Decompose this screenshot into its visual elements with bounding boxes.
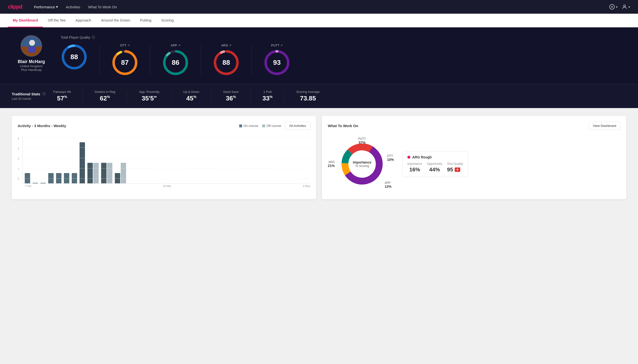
tab-my-dashboard[interactable]: My Dashboard [8, 14, 43, 28]
x-axis: 7 Feb 28 Mar 9 May [18, 184, 310, 188]
info-card-title: ARG Rough [407, 155, 463, 159]
ring-ott: 87 [111, 49, 138, 76]
legend-on-course: On course [239, 124, 258, 128]
nav-right: ▾ ▾ [609, 4, 630, 10]
bar-off-10 [107, 163, 112, 183]
user-menu[interactable]: ▾ [621, 4, 630, 10]
donut-center-text: Importance To Scoring [353, 160, 371, 168]
score-app: APP ↗ 86 [150, 44, 201, 76]
main-content: Activity - 3 Months - Weekly On course O… [0, 108, 638, 207]
bar-on-4 [48, 173, 54, 183]
score-cards: 88 OTT ↗ 87 [61, 44, 626, 76]
tab-around-the-green[interactable]: Around the Green [96, 14, 135, 28]
trad-stats-subtitle: Last 20 rounds [12, 97, 46, 100]
info-shot-quality: Shot Quality 95 ▼ [447, 162, 463, 173]
svg-point-6 [29, 40, 35, 46]
player-handicap: Plus Handicap [21, 68, 42, 72]
putt-value: 93 [273, 59, 281, 66]
bar-on-5 [56, 173, 62, 183]
donut-area: PUTT 57% OTT 10% APP 12% ARG [328, 135, 396, 193]
tab-putting[interactable]: Putting [135, 14, 156, 28]
stat-items: Fairways Hit 57% Greens In Reg 62% App. … [53, 90, 331, 102]
ott-value: 87 [121, 59, 129, 66]
overall-value: 88 [70, 53, 78, 61]
tab-scoring[interactable]: Scoring [156, 14, 178, 28]
logo[interactable]: clippd [8, 4, 22, 10]
tab-approach[interactable]: Approach [71, 14, 96, 28]
ring-overall: 88 [61, 44, 88, 70]
ring-app: 86 [162, 49, 189, 76]
nav-performance[interactable]: Performance ▾ [34, 5, 58, 9]
putt-donut-label: ARG 21% [328, 160, 335, 168]
stat-app-proximity: App. Proximity 35'5" [127, 90, 172, 102]
shot-quality-badge: ▼ [455, 168, 461, 172]
ott-label: OTT ↗ [120, 44, 130, 47]
nav-what-to-work-on[interactable]: What To Work On [88, 5, 117, 9]
work-on-card: What To Work On View Dashboard PUTT 57% … [322, 116, 626, 199]
bar-on-11 [115, 173, 120, 183]
bar-group-1 [25, 173, 30, 183]
bar-group-8 [80, 142, 85, 183]
score-putt: PUTT ↗ 93 [252, 44, 302, 76]
stat-1-putt: 1 Putt 33% [251, 90, 285, 102]
scores-section: Total Player Quality ⓘ 88 [61, 35, 626, 76]
pink-dot-icon [407, 156, 410, 159]
bar-on-6 [64, 173, 69, 183]
app-label: APP ↗ [171, 44, 180, 47]
stat-sand-save: Sand Save 36% [211, 90, 251, 102]
tpq-label: Total Player Quality ⓘ [61, 35, 626, 40]
stat-scoring-average: Scoring Average 73.85 [285, 90, 331, 102]
avatar [21, 35, 42, 57]
nav-links: Performance ▾ Activities What To Work On [34, 5, 117, 9]
nav-activities[interactable]: Activities [66, 5, 80, 9]
on-course-dot [239, 124, 242, 127]
trad-stats-help-icon[interactable]: ⓘ [42, 92, 46, 96]
app-donut-label: OTT 10% [387, 154, 394, 162]
off-course-dot [262, 124, 265, 127]
work-on-title: What To Work On [328, 124, 358, 128]
traditional-stats-section: Traditional Stats ⓘ Last 20 rounds Fairw… [0, 84, 638, 108]
svg-rect-7 [28, 47, 36, 52]
top-nav: clippd Performance ▾ Activities What To … [0, 0, 638, 14]
bar-on-2 [33, 183, 38, 183]
bar-on-7 [72, 173, 77, 183]
trad-stats-title: Traditional Stats [12, 92, 40, 96]
activity-card: Activity - 3 Months - Weekly On course O… [12, 116, 316, 199]
work-on-card-header: What To Work On View Dashboard [328, 122, 620, 130]
score-arg: ARG ↗ 88 [201, 44, 252, 76]
bar-off-11 [121, 163, 126, 183]
ring-putt: 93 [263, 49, 290, 76]
donut-section: PUTT 57% OTT 10% APP 12% ARG [328, 135, 620, 193]
bar-group-5 [56, 173, 62, 183]
activity-card-header: Activity - 3 Months - Weekly On course O… [18, 122, 310, 130]
arg-value: 88 [222, 59, 230, 66]
activity-chart-title: Activity - 3 Months - Weekly [18, 124, 66, 128]
all-activities-button[interactable]: All Activities [285, 122, 310, 130]
view-dashboard-button[interactable]: View Dashboard [589, 122, 620, 130]
add-button[interactable]: ▾ [609, 4, 618, 10]
putt-label: PUTT ↗ [271, 44, 283, 47]
arg-label: ARG ↗ [221, 44, 231, 47]
score-ott: OTT ↗ 87 [100, 44, 150, 76]
bar-group-2 [33, 183, 38, 183]
stat-up-and-down: Up & Down 45% [172, 90, 211, 102]
bar-group-3 [40, 183, 46, 183]
app-value: 86 [172, 59, 179, 66]
donut-wrapper: PUTT 57% OTT 10% APP 12% ARG [328, 135, 396, 193]
bars-container [23, 135, 310, 184]
help-icon[interactable]: ⓘ [92, 35, 95, 40]
info-metrics: Importance 16% Opportunity 44% Shot Qual… [407, 162, 463, 173]
bar-chart: 0 1 2 3 4 [18, 135, 310, 188]
stat-fairways-hit: Fairways Hit 57% [53, 90, 83, 102]
bar-on-9 [87, 163, 93, 183]
score-overall: 88 [61, 44, 100, 76]
tab-off-the-tee[interactable]: Off the Tee [43, 14, 71, 28]
bar-group-6 [64, 173, 69, 183]
bar-off-9 [93, 163, 99, 183]
svg-point-3 [623, 5, 625, 7]
info-card: ARG Rough Importance 16% Opportunity 44%… [402, 151, 468, 177]
bar-on-1 [25, 173, 30, 183]
player-country: United Kingdom [20, 64, 43, 68]
hero-section: Blair McHarg United Kingdom Plus Handica… [0, 28, 638, 84]
chart-area: 0 1 2 3 4 [18, 135, 310, 184]
